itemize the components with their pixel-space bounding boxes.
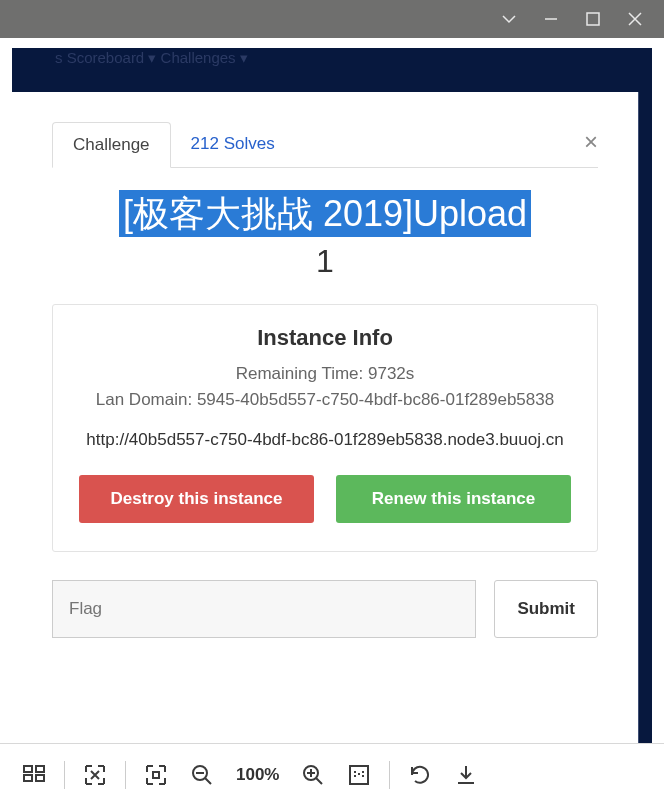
instance-lan-domain: Lan Domain: 5945-40b5d557-c750-4bdf-bc86… — [79, 387, 571, 413]
window-dropdown-icon[interactable] — [488, 0, 530, 38]
separator — [125, 761, 126, 789]
viewer-toolbar: 100% — [0, 743, 664, 805]
svg-rect-4 — [36, 775, 44, 781]
challenge-title: [极客大挑战 2019]Upload 1 — [52, 190, 598, 280]
destroy-instance-button[interactable]: Destroy this instance — [79, 475, 314, 523]
submit-button[interactable]: Submit — [494, 580, 598, 638]
window-close-icon[interactable] — [614, 0, 656, 38]
separator — [64, 761, 65, 789]
zoom-in-icon[interactable] — [293, 752, 333, 798]
svg-rect-1 — [24, 766, 32, 772]
challenge-title-selected: [极客大挑战 2019]Upload — [119, 190, 531, 237]
challenge-modal: Challenge 212 Solves × [极客大挑战 2019]Uploa… — [12, 92, 638, 743]
close-icon[interactable]: × — [584, 128, 598, 156]
document-viewport: s Scoreboard ▾ Challenges ▾ Challenge 21… — [0, 38, 664, 743]
instance-info-card: Instance Info Remaining Time: 9732s Lan … — [52, 304, 598, 552]
svg-rect-3 — [36, 766, 44, 772]
actual-size-icon[interactable] — [339, 752, 379, 798]
window-minimize-icon[interactable] — [530, 0, 572, 38]
svg-rect-2 — [24, 775, 32, 781]
window-maximize-icon[interactable] — [572, 0, 614, 38]
window-titlebar — [0, 0, 664, 38]
thumbnails-icon[interactable] — [14, 752, 54, 798]
instance-remaining-time: Remaining Time: 9732s — [79, 361, 571, 387]
rotate-icon[interactable] — [400, 752, 440, 798]
download-icon[interactable] — [446, 752, 486, 798]
svg-rect-5 — [153, 772, 159, 778]
flag-input[interactable] — [52, 580, 476, 638]
svg-rect-0 — [587, 13, 599, 25]
tab-challenge[interactable]: Challenge — [52, 122, 171, 168]
separator — [389, 761, 390, 789]
instance-info-heading: Instance Info — [79, 325, 571, 351]
page-nav-faint: s Scoreboard ▾ Challenges ▾ — [55, 49, 248, 67]
clip-icon[interactable] — [75, 752, 115, 798]
modal-tabs: Challenge 212 Solves × — [52, 122, 598, 168]
instance-url: http://40b5d557-c750-4bdf-bc86-01f289eb5… — [79, 426, 571, 455]
tab-solves[interactable]: 212 Solves — [171, 122, 295, 167]
zoom-out-icon[interactable] — [182, 752, 222, 798]
zoom-level: 100% — [228, 765, 287, 785]
page-side-edge — [638, 92, 652, 743]
fit-page-icon[interactable] — [136, 752, 176, 798]
renew-instance-button[interactable]: Renew this instance — [336, 475, 571, 523]
challenge-title-num: 1 — [52, 243, 598, 280]
